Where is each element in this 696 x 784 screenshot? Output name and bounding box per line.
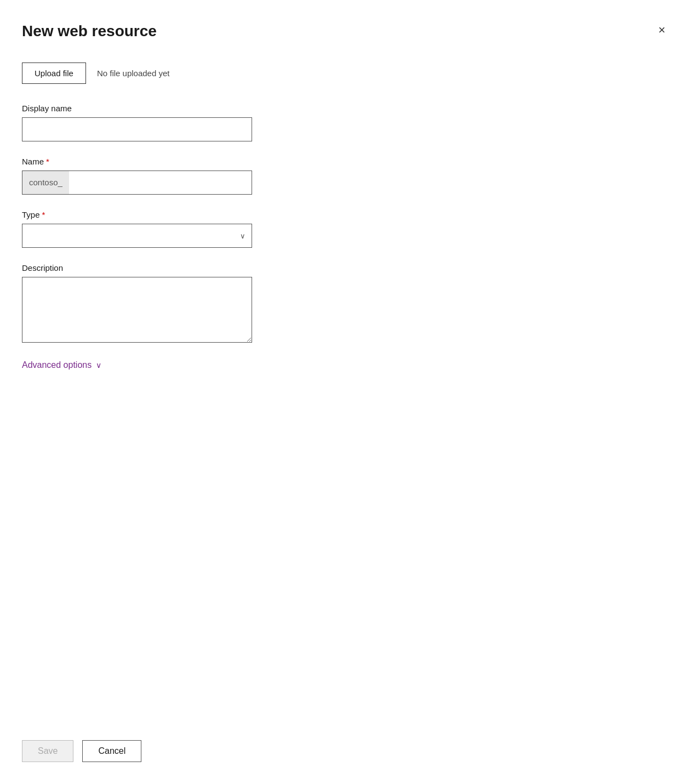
display-name-group: Display name [22, 104, 670, 141]
spacer [22, 388, 670, 718]
display-name-input[interactable] [22, 117, 252, 141]
cancel-button[interactable]: Cancel [82, 740, 141, 762]
description-label: Description [22, 263, 670, 272]
dialog-footer: Save Cancel [22, 718, 670, 762]
save-button[interactable]: Save [22, 740, 73, 762]
dialog-title: New web resource [22, 22, 157, 41]
dialog-header: New web resource × [22, 22, 670, 41]
type-label: Type* [22, 210, 670, 219]
name-label: Name* [22, 157, 670, 166]
no-file-status: No file uploaded yet [97, 69, 170, 78]
new-web-resource-dialog: New web resource × Upload file No file u… [0, 0, 696, 784]
description-group: Description [22, 263, 670, 345]
upload-file-button[interactable]: Upload file [22, 63, 86, 84]
advanced-options-label: Advanced options [22, 360, 92, 370]
name-required-asterisk: * [46, 157, 49, 166]
name-group: Name* contoso_ [22, 157, 670, 195]
description-textarea[interactable] [22, 277, 252, 343]
type-group: Type* ∨ [22, 210, 670, 248]
upload-section: Upload file No file uploaded yet [22, 63, 670, 84]
type-select[interactable] [22, 224, 252, 248]
chevron-down-icon: ∨ [96, 361, 101, 370]
type-required-asterisk: * [42, 210, 45, 219]
close-button[interactable]: × [654, 22, 670, 38]
type-select-wrapper: ∨ [22, 224, 252, 248]
display-name-label: Display name [22, 104, 670, 113]
advanced-options-toggle[interactable]: Advanced options ∨ [22, 360, 670, 370]
name-input[interactable] [22, 171, 252, 195]
name-input-wrapper: contoso_ [22, 171, 252, 195]
